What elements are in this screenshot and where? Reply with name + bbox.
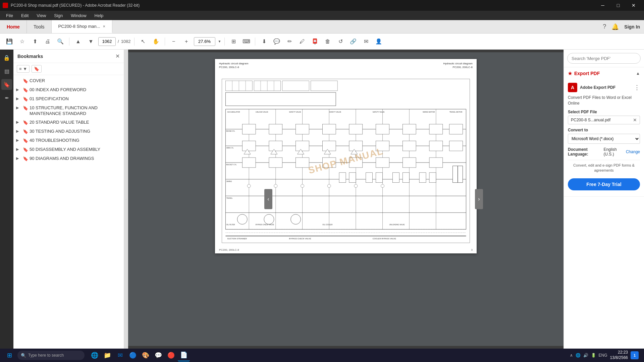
bookmark-item-50[interactable]: ▶ 🔖 50 DISASSEMBLY AND ASSEMBLY [13,145,124,154]
notification-center-button[interactable]: 1 [631,351,639,359]
panel-close-button[interactable]: ✕ [115,53,120,59]
search-button[interactable]: 🔍 [55,36,66,47]
bookmark-item-20[interactable]: ▶ 🔖 20 STANDARD VALUE TABLE [13,118,124,127]
tab-home[interactable]: Home [0,20,27,33]
keyboard-button[interactable]: ⌨ [241,36,252,47]
pdf-next-button[interactable]: › [475,189,483,209]
user-button[interactable]: 👤 [373,36,384,47]
tab-document[interactable]: PC200-8 Shop man... × [52,20,112,33]
rotate-button[interactable]: ↺ [335,36,346,47]
bookmark-item-10[interactable]: ▶ 🔖 10 STRUCTURE, FUNCTION AND MAINTENAN… [13,104,124,118]
sidebar-layers-icon[interactable]: ▤ [1,66,12,76]
send-button[interactable]: ✉ [361,36,371,47]
sidebar-signature-icon[interactable]: ✒ [1,93,12,103]
zoom-dropdown-icon[interactable]: ▼ [218,40,221,43]
bookmark-item-00[interactable]: ▶ 🔖 00 INDEX AND FOREWORD [13,85,124,95]
menu-edit[interactable]: Edit [18,12,32,19]
doc-lang-change-button[interactable]: Change [626,149,640,154]
tray-expand-icon[interactable]: ∧ [570,353,573,358]
bookmark-item-40[interactable]: ▶ 🔖 40 TROUBLESHOOTING [13,136,124,145]
menu-view[interactable]: View [33,12,49,19]
sign-in-button[interactable]: Sign In [624,24,640,29]
stamp-button[interactable]: 📮 [310,36,320,47]
svg-rect-52 [242,158,256,168]
taskbar-search[interactable]: 🔍 Type here to search [17,351,85,360]
convert-format-select[interactable]: Microsoft Word (*.docx) Microsoft Excel … [568,134,640,144]
maximize-button[interactable]: □ [610,0,626,11]
tray-volume-icon[interactable]: 🔊 [583,353,588,358]
panel-resize-handle[interactable]: · [124,50,128,349]
page-total: 1082 [121,39,131,44]
doc-lang-value: English (U.S.) [603,147,624,157]
minimize-button[interactable]: ─ [595,0,610,11]
menu-file[interactable]: File [3,12,16,19]
taskbar-app-chrome[interactable]: 🔴 [165,349,177,361]
pdf-header-right: Hydraulic circuit diagram PC200, 200LC-8 [443,62,473,69]
sidebar-lock-icon[interactable]: 🔒 [1,52,12,63]
svg-rect-28 [269,124,282,134]
zoom-in-button[interactable]: + [181,36,192,47]
prev-page-button[interactable]: ▲ [73,36,84,47]
sidebar-bookmarks-icon[interactable]: 🔖 [1,79,12,90]
zoom-out-button[interactable]: − [168,36,179,47]
menu-help[interactable]: Help [91,12,107,19]
taskbar-app-line[interactable]: 💬 [152,349,164,361]
bookmark-button[interactable]: ☆ [17,36,28,47]
adobe-export-expand-icon[interactable]: ⋮ [634,84,640,91]
pdf-page-container[interactable]: Hydraulic circuit diagram PC200, 200LC-8… [128,52,564,346]
tray-network-icon[interactable]: 🌐 [576,353,581,358]
bookmark-item-01[interactable]: ▶ 🔖 01 SPECIFICATION [13,95,124,104]
hand-tool-button[interactable]: ✋ [151,36,161,47]
link-button[interactable]: 🔗 [348,36,359,47]
select-tool-button[interactable]: ↖ [138,36,149,47]
export-pdf-header[interactable]: ★ Export PDF ▲ [564,67,644,79]
menu-window[interactable]: Window [67,12,90,19]
taskbar-app-ie[interactable]: 🔵 [127,349,139,361]
next-page-button[interactable]: ▼ [86,36,96,47]
panel-view-options-button[interactable]: ≡ ▼ [17,65,30,73]
taskbar-app-explorer[interactable]: 📁 [101,349,113,361]
upload-button[interactable]: ⬆ [30,36,40,47]
bookmark-item-30[interactable]: ▶ 🔖 30 TESTING AND ADJUSTING [13,127,124,136]
window-controls: ─ □ ✕ [595,0,641,11]
delete-button[interactable]: 🗑 [322,36,333,47]
svg-text:SAFETY VALVE: SAFETY VALVE [289,111,302,113]
menu-sign[interactable]: Sign [51,12,66,19]
help-icon[interactable]: ? [603,23,606,30]
view-options-button[interactable]: ⊞ [228,36,239,47]
tab-close-button[interactable]: × [103,24,105,29]
print-button[interactable]: 🖨 [42,36,53,47]
download-button[interactable]: ⬇ [259,36,269,47]
taskbar-app-edge[interactable]: 🌐 [89,349,101,361]
convert-to-label: Convert to [568,128,640,132]
bookmark-item-cover[interactable]: 🔖 COVER [13,76,124,85]
export-pdf-collapse-icon[interactable]: ▲ [636,71,640,76]
right-search-input[interactable] [567,53,641,64]
taskbar-app-mail[interactable]: ✉ [114,349,126,361]
comment-button[interactable]: 💬 [271,36,282,47]
svg-rect-34 [429,124,443,134]
bookmark-item-90[interactable]: ▶ 🔖 90 DIAGRAMS AND DRAWINGS [13,154,124,163]
start-button[interactable]: ⊞ [3,350,16,361]
tray-clock[interactable]: 22:23 13/8/2566 [610,350,628,360]
tab-tools[interactable]: Tools [27,20,52,33]
notifications-icon[interactable]: 🔔 [611,23,619,31]
pdf-diagram-area: ACCUMULATOR UNLOAD VALVE SAFETY VALVE SA… [215,70,477,251]
markup-button[interactable]: 🖊 [297,36,308,47]
svg-text:BUCKET CYL: BUCKET CYL [226,164,236,166]
free-trial-button[interactable]: Free 7-Day Trial [568,178,640,190]
close-button[interactable]: ✕ [626,0,641,11]
panel-bookmark-button[interactable]: 🔖 [32,65,42,73]
tray-lang[interactable]: ENG [599,353,607,358]
taskbar-app-acrobat[interactable]: 📄 [178,349,190,361]
file-remove-button[interactable]: ✕ [633,117,637,123]
zoom-input[interactable] [194,37,215,46]
taskbar-app-ps[interactable]: 🎨 [140,349,152,361]
adobe-export-icon: A [568,83,577,92]
svg-text:UNLOADING VALVE: UNLOADING VALVE [389,224,405,226]
page-number-input[interactable] [98,37,116,46]
edit-button[interactable]: ✏ [284,36,295,47]
toolbar-divider-3 [165,38,165,46]
save-button[interactable]: 💾 [4,36,15,47]
pdf-prev-button[interactable]: ‹ [264,189,272,209]
